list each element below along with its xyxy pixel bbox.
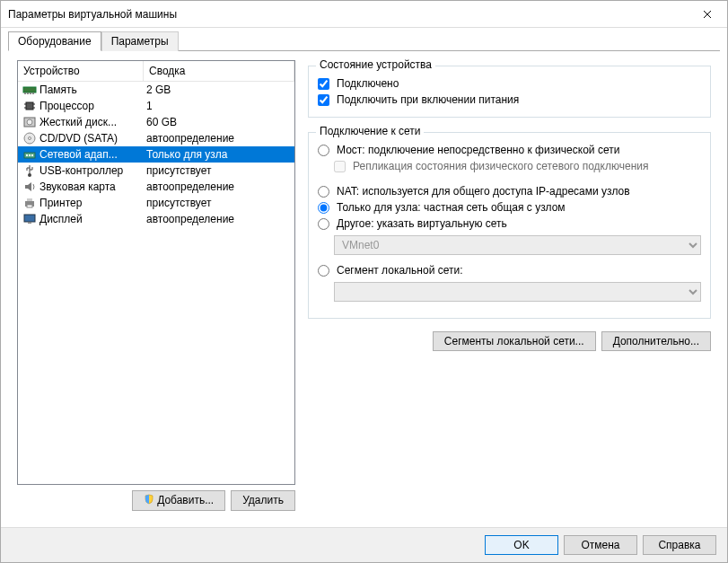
titlebar: Параметры виртуальной машины bbox=[1, 1, 727, 28]
col-summary[interactable]: Сводка bbox=[144, 61, 294, 81]
cd-icon bbox=[22, 131, 37, 145]
device-list[interactable]: Устройство Сводка Память2 GBПроцессор1Же… bbox=[17, 60, 295, 485]
window-title: Параметры виртуальной машины bbox=[8, 8, 687, 21]
right-panel: Состояние устройства Подключено Подключи… bbox=[308, 60, 711, 511]
device-row[interactable]: CD/DVD (SATA)автоопределение bbox=[18, 130, 294, 146]
device-row[interactable]: Дисплейавтоопределение bbox=[18, 211, 294, 227]
device-row[interactable]: Звуковая картаавтоопределение bbox=[18, 179, 294, 195]
radio-nat-input[interactable] bbox=[318, 186, 329, 198]
svg-rect-23 bbox=[28, 222, 31, 224]
check-replicate: Репликация состояния физического сетевог… bbox=[334, 158, 701, 174]
radio-hostonly[interactable]: Только для узла: частная сеть общая с уз… bbox=[318, 199, 701, 216]
cancel-button[interactable]: Отмена bbox=[564, 535, 637, 555]
device-row[interactable]: Память2 GB bbox=[18, 82, 294, 98]
svg-rect-4 bbox=[32, 92, 34, 94]
device-summary: автоопределение bbox=[143, 132, 293, 145]
radio-lanseg-label: Сегмент локальной сети: bbox=[337, 264, 463, 277]
group-network-connection: Подключение к сети Мост: подключение неп… bbox=[308, 132, 711, 319]
lan-segments-button[interactable]: Сегменты локальной сети... bbox=[433, 331, 596, 351]
device-row[interactable]: USB-контроллерприсутствует bbox=[18, 163, 294, 179]
svg-rect-0 bbox=[23, 87, 36, 92]
svg-rect-5 bbox=[26, 102, 33, 110]
device-name: Принтер bbox=[39, 197, 143, 209]
help-button-label: Справка bbox=[658, 539, 700, 551]
device-summary: присутствует bbox=[143, 197, 293, 209]
radio-nat-label: NAT: используется для общего доступа IP-… bbox=[337, 185, 630, 198]
radio-hostonly-input[interactable] bbox=[318, 202, 329, 214]
device-name: Звуковая карта bbox=[39, 180, 143, 193]
svg-rect-22 bbox=[24, 215, 35, 222]
tab-options[interactable]: Параметры bbox=[101, 31, 179, 51]
radio-bridged-input[interactable] bbox=[318, 145, 329, 156]
net-icon bbox=[22, 147, 37, 162]
check-connect-power[interactable]: Подключить при включении питания bbox=[318, 92, 701, 108]
advanced-button[interactable]: Дополнительно... bbox=[601, 331, 711, 351]
sound-icon bbox=[22, 180, 37, 194]
radio-bridged[interactable]: Мост: подключение непосредственно к физи… bbox=[318, 142, 701, 158]
right-buttons: Сегменты локальной сети... Дополнительно… bbox=[308, 331, 711, 351]
radio-hostonly-label: Только для узла: частная сеть общая с уз… bbox=[337, 201, 566, 214]
radio-custom[interactable]: Другое: указать виртуальную сеть bbox=[318, 216, 701, 232]
footer: OK Отмена Справка bbox=[1, 527, 727, 562]
tab-hardware[interactable]: Оборудование bbox=[8, 31, 101, 51]
svg-rect-3 bbox=[30, 92, 31, 94]
device-name: Сетевой адап... bbox=[39, 148, 143, 161]
device-name: USB-контроллер bbox=[39, 164, 143, 177]
device-name: CD/DVD (SATA) bbox=[39, 132, 143, 145]
close-button[interactable] bbox=[687, 1, 727, 28]
close-icon bbox=[703, 10, 712, 19]
svg-rect-17 bbox=[31, 154, 33, 156]
device-row[interactable]: Жесткий диск...60 GB bbox=[18, 114, 294, 130]
device-row[interactable]: Сетевой адап...Только для узла bbox=[18, 146, 294, 163]
svg-point-18 bbox=[28, 173, 31, 177]
hdd-icon bbox=[22, 115, 37, 129]
vm-settings-window: Параметры виртуальной машины Оборудовани… bbox=[0, 0, 728, 563]
radio-bridged-label: Мост: подключение непосредственно к физи… bbox=[337, 144, 619, 156]
remove-button-label: Удалить bbox=[242, 494, 284, 506]
printer-icon bbox=[22, 196, 37, 210]
svg-rect-21 bbox=[27, 205, 32, 207]
device-name: Жесткий диск... bbox=[39, 116, 143, 128]
device-list-header: Устройство Сводка bbox=[18, 61, 294, 82]
left-panel: Устройство Сводка Память2 GBПроцессор1Же… bbox=[17, 60, 295, 511]
remove-button[interactable]: Удалить bbox=[231, 490, 295, 511]
device-name: Процессор bbox=[39, 100, 143, 112]
check-connected-label: Подключено bbox=[337, 77, 399, 90]
combo-lanseg bbox=[334, 282, 701, 302]
usb-icon bbox=[22, 163, 37, 178]
device-row[interactable]: Принтерприсутствует bbox=[18, 195, 294, 211]
shield-icon bbox=[144, 494, 154, 507]
lan-segments-button-label: Сегменты локальной сети... bbox=[444, 335, 584, 347]
group-device-state: Состояние устройства Подключено Подключи… bbox=[308, 66, 711, 118]
display-icon bbox=[22, 212, 37, 226]
device-row[interactable]: Процессор1 bbox=[18, 98, 294, 114]
ok-button[interactable]: OK bbox=[485, 535, 558, 555]
col-device[interactable]: Устройство bbox=[18, 61, 144, 81]
device-summary: автоопределение bbox=[143, 213, 293, 225]
device-summary: автоопределение bbox=[143, 180, 293, 193]
check-replicate-input bbox=[334, 161, 346, 172]
device-summary: 1 bbox=[143, 100, 293, 112]
device-summary: Только для узла bbox=[143, 148, 293, 161]
device-summary: 60 GB bbox=[143, 116, 293, 128]
radio-nat[interactable]: NAT: используется для общего доступа IP-… bbox=[318, 183, 701, 199]
combo-custom-net: VMnet0 bbox=[334, 235, 701, 255]
radio-lanseg[interactable]: Сегмент локальной сети: bbox=[318, 262, 701, 278]
radio-custom-input[interactable] bbox=[318, 218, 329, 230]
check-connect-power-input[interactable] bbox=[318, 94, 329, 106]
check-connected[interactable]: Подключено bbox=[318, 75, 701, 92]
svg-rect-1 bbox=[24, 92, 26, 94]
check-replicate-label: Репликация состояния физического сетевог… bbox=[353, 160, 648, 172]
add-button[interactable]: Добавить... bbox=[132, 490, 225, 511]
device-name: Дисплей bbox=[39, 213, 143, 225]
tab-content: Устройство Сводка Память2 GBПроцессор1Же… bbox=[8, 50, 720, 520]
device-name: Память bbox=[39, 84, 143, 96]
add-button-label: Добавить... bbox=[157, 494, 214, 506]
svg-point-11 bbox=[27, 119, 32, 125]
check-connected-input[interactable] bbox=[318, 78, 329, 90]
svg-rect-15 bbox=[26, 154, 28, 156]
advanced-button-label: Дополнительно... bbox=[613, 335, 699, 347]
radio-lanseg-input[interactable] bbox=[318, 265, 329, 277]
group-device-state-title: Состояние устройства bbox=[316, 58, 435, 71]
help-button[interactable]: Справка bbox=[643, 535, 716, 555]
